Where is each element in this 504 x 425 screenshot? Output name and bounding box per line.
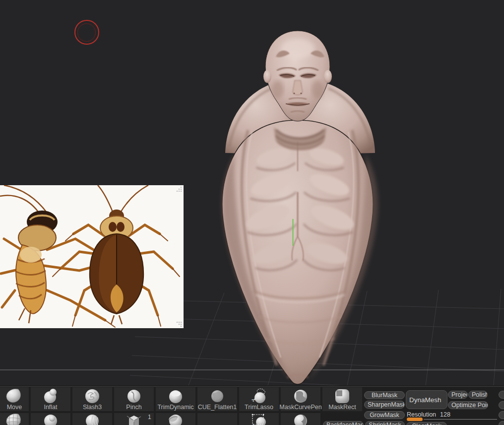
brush-maskrect[interactable]: MaskRect <box>322 387 362 411</box>
brush-row2-7[interactable]: ✂ <box>239 413 279 425</box>
brush-inflat[interactable]: Inflat <box>31 387 70 411</box>
project-button[interactable]: Project <box>448 391 468 399</box>
teardrop-brush-icon <box>3 388 25 404</box>
cut-off-button-sl[interactable]: Sl <box>499 411 504 419</box>
brush-row2-8[interactable] <box>281 413 320 425</box>
cut-off-button-d[interactable]: D <box>499 391 504 399</box>
brush-label: MaskRect <box>328 404 356 411</box>
shrink-mask-button[interactable]: ShrinkMask <box>365 421 405 425</box>
scoop-sphere-brush-icon <box>165 413 187 425</box>
resize-grip-icon[interactable] <box>176 186 183 192</box>
sculpt-canvas[interactable] <box>0 0 504 385</box>
grow-mask-button[interactable]: GrowMask <box>364 411 405 419</box>
blur-mask-button[interactable]: BlurMask <box>364 391 405 399</box>
wireframe-blob-brush-icon <box>3 413 25 425</box>
resolution-label: Resolution128 <box>407 411 450 418</box>
brush-slash3[interactable]: Slash3 <box>72 387 112 411</box>
brush-cursor-inner-ring <box>77 23 96 42</box>
brush-label: Slash3 <box>83 404 102 411</box>
resolution-slider[interactable] <box>407 418 497 422</box>
polish-button[interactable]: Polish <box>468 391 488 399</box>
dark-swirl-sphere-brush-icon <box>290 413 312 425</box>
brush-label: TrimDynamic <box>157 404 193 411</box>
brush-row2-6[interactable] <box>197 413 237 425</box>
brush-count-badge: 1 <box>148 414 151 421</box>
brush-trimlasso[interactable]: ✂ TrimLasso <box>239 387 279 411</box>
brush-label: MaskCurvePen <box>279 404 321 411</box>
sculpture-metamorphosis-figure <box>218 23 382 385</box>
resize-grip-icon[interactable] <box>176 321 183 327</box>
zbrush-window: Move Inflat Slash3 Pinch <box>0 0 504 425</box>
sharpen-mask-button[interactable]: SharpenMask <box>364 401 405 409</box>
brush-label: Move <box>7 404 22 411</box>
backface-mask-button[interactable]: BackfaceMask <box>323 421 364 425</box>
clear-mask-button[interactable]: ClearMask <box>406 422 447 425</box>
trim-rect-scissors-brush-icon: ✂ <box>248 413 270 425</box>
inflate-sphere-brush-icon <box>40 388 62 404</box>
brush-label: CUE_Flatten1 <box>198 404 237 411</box>
brush-cursor-icon <box>74 20 99 45</box>
brush-toolbar: Move Inflat Slash3 Pinch <box>0 385 504 425</box>
cockroach-reference-photos <box>0 185 184 328</box>
brush-move[interactable]: Move <box>0 387 29 411</box>
brush-label: Pinch <box>126 404 141 411</box>
slider-track[interactable] <box>424 419 497 420</box>
brush-trimdynamic[interactable]: TrimDynamic <box>156 387 195 411</box>
brush-pinch[interactable]: Pinch <box>114 387 154 411</box>
cut-off-button-p[interactable]: P <box>499 421 504 425</box>
cut-off-button-h[interactable]: H <box>499 401 504 409</box>
slider-handle[interactable] <box>407 418 423 421</box>
cube-gizmo-brush-icon <box>123 413 145 425</box>
brush-row2-5[interactable] <box>156 413 195 425</box>
flat-top-sphere-brush-icon <box>165 388 187 404</box>
faceted-sphere-brush-icon <box>206 388 228 404</box>
bump-sphere-brush-icon <box>40 413 62 425</box>
mask-rect-cube-brush-icon <box>331 388 353 404</box>
optimize-point-button[interactable]: Optimize Point <box>448 401 488 409</box>
brush-cue-flatten1[interactable]: CUE_Flatten1 <box>197 387 237 411</box>
pinch-sphere-brush-icon <box>123 388 145 404</box>
brush-row2-3[interactable] <box>72 413 112 425</box>
brush-maskcurvepen[interactable]: MaskCurvePen <box>281 387 320 411</box>
brush-row2-2[interactable] <box>31 413 70 425</box>
resolution-value: 128 <box>440 411 450 418</box>
swirl-sphere-brush-icon <box>81 388 103 404</box>
mask-curve-sphere-brush-icon <box>290 388 312 404</box>
svg-text:✂: ✂ <box>249 422 256 425</box>
lasso-scissors-brush-icon: ✂ <box>248 388 270 404</box>
brush-row2-1[interactable] <box>0 413 29 425</box>
striped-sphere-brush-icon <box>81 413 103 425</box>
brush-label: Inflat <box>44 404 57 411</box>
reference-image-panel[interactable] <box>0 185 184 328</box>
brush-label: TrimLasso <box>245 404 273 411</box>
dynamesh-button[interactable]: DynaMesh <box>406 390 447 409</box>
